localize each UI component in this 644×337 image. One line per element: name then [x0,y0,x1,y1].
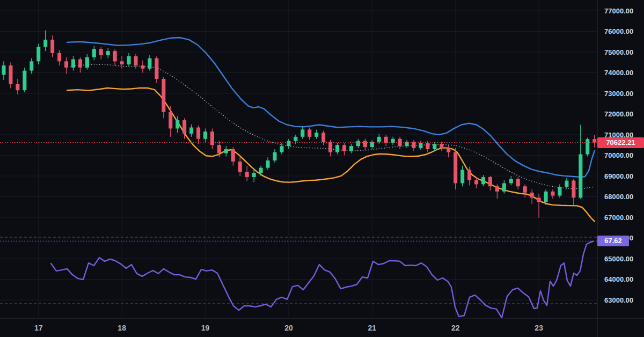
candle-body [189,128,193,134]
candle-body [9,65,12,84]
candle-body [64,61,68,68]
candle-body [36,47,40,61]
candle-body [565,180,568,187]
candle-body [113,51,117,61]
candle-body [586,139,589,154]
candle-body [349,146,353,151]
candle-body [523,186,527,193]
candle-body [203,131,207,138]
candle-body [23,71,26,91]
candle-body [210,131,214,145]
candle-body [509,179,513,184]
candle-body [238,162,242,172]
candle-body [162,79,165,112]
candle-body [224,149,228,153]
candle-body [537,197,541,202]
candle-body [182,120,186,134]
candle-body [196,128,200,139]
bollinger-lower-line [67,88,595,222]
candle-body [301,129,304,136]
candle-body [516,179,520,186]
candle-body [544,192,548,202]
candle-body [266,160,270,167]
candle-body [412,142,416,148]
candle-body [169,112,172,129]
candle-body [43,40,47,47]
candle-body [530,193,534,198]
candle-body [99,49,103,55]
candle-body [433,144,436,149]
candle-body [502,183,506,191]
candle-body [474,180,478,185]
candle-body [252,173,256,177]
last-price-tag: 70622.21 [597,137,644,148]
candle-body [217,145,221,153]
chart-canvas[interactable]: 77000.0076000.0075000.0074000.0073000.00… [0,0,644,337]
candle-body [495,186,499,192]
candle-body [481,177,485,184]
candle-body [2,65,6,75]
candle-body [426,143,429,149]
candle-body [148,58,151,69]
oscillator-value-tag: 67.62 [597,236,629,246]
candle-body [321,133,325,142]
candle-body [419,143,423,148]
candle-body [328,142,332,152]
candle-body [245,172,249,177]
candle-body [572,180,575,197]
candle-body [460,170,464,183]
candle-body [592,139,596,142]
candle-body [273,152,277,160]
candle-body [384,137,388,143]
candle-body [71,59,75,67]
candle-body [50,40,54,53]
candle-body [551,192,555,196]
candle-body [106,51,110,55]
candle-body [120,61,124,64]
candlesticks [2,31,597,218]
candle-body [127,56,131,64]
candle-body [78,59,82,67]
candle-body [231,149,235,162]
candle-body [30,61,33,70]
trading-chart-window: 77000.0076000.0075000.0074000.0073000.00… [0,0,644,337]
candle-body [294,137,297,141]
candle-body [155,58,158,79]
candle-body [259,168,263,173]
candle-body [488,177,492,186]
gridlines [0,0,597,318]
candle-body [57,53,61,61]
candle-body [377,137,381,142]
time-axis[interactable] [0,318,644,337]
candle-body [314,133,318,137]
candle-body [558,187,562,196]
candle-body [356,141,360,146]
candle-body [363,141,367,148]
candle-body [308,129,311,136]
candle-body [335,145,339,152]
candle-body [175,120,179,128]
candle-body [342,145,346,151]
bollinger-upper-line [67,38,595,177]
candle-body [280,146,284,152]
candle-body [141,65,145,69]
candle-body [467,170,471,180]
candle-body [453,152,457,184]
candle-body [447,148,450,152]
candle-body [287,141,290,146]
candle-body [92,49,96,57]
candle-body [440,144,443,148]
candle-body [134,56,138,65]
candle-body [85,57,89,68]
candle-body [16,84,19,91]
price-axis[interactable] [597,0,644,318]
candle-body [579,155,582,198]
